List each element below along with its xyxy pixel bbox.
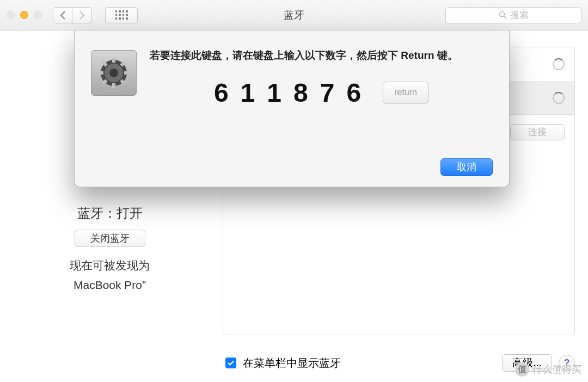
bluetooth-status-label: 蓝牙：打开 xyxy=(13,205,206,222)
forward-button[interactable] xyxy=(72,7,92,23)
svg-rect-4 xyxy=(112,83,115,88)
show-in-menubar-checkbox[interactable] xyxy=(225,358,236,368)
search-placeholder: 搜索 xyxy=(510,9,529,21)
discoverable-label: 现在可被发现为 xyxy=(13,258,206,273)
dialog-message: 若要连接此键盘，请在键盘上输入以下数字，然后按下 Return 键。 xyxy=(150,48,493,64)
close-window-icon[interactable] xyxy=(7,11,15,19)
cancel-button[interactable]: 取消 xyxy=(440,158,493,176)
nav-back-forward xyxy=(53,7,92,23)
bottom-bar: 在菜单栏中显示蓝牙 高级... ? xyxy=(0,344,588,382)
svg-line-1 xyxy=(504,16,506,19)
watermark: 值 什么值得买 xyxy=(515,362,581,377)
zoom-window-icon[interactable] xyxy=(34,11,42,19)
toolbar: 蓝牙 搜索 xyxy=(0,0,588,30)
window-controls xyxy=(7,11,42,19)
show-all-button[interactable] xyxy=(105,7,138,23)
show-in-menubar-label: 在菜单栏中显示蓝牙 xyxy=(243,356,341,371)
watermark-icon: 值 xyxy=(515,362,529,377)
toggle-bluetooth-button[interactable]: 关闭蓝牙 xyxy=(75,230,145,247)
search-icon xyxy=(499,11,507,19)
system-preferences-icon xyxy=(91,50,137,96)
svg-rect-6 xyxy=(124,71,129,75)
return-key-icon: return xyxy=(383,82,428,103)
search-field[interactable]: 搜索 xyxy=(445,7,581,23)
this-device-name: MacBook Pro” xyxy=(13,279,206,292)
minimize-window-icon[interactable] xyxy=(20,11,28,19)
svg-rect-5 xyxy=(99,71,103,75)
spinner-icon xyxy=(553,92,565,104)
dialog-body: 若要连接此键盘，请在键盘上输入以下数字，然后按下 Return 键。 61187… xyxy=(150,48,493,176)
svg-point-12 xyxy=(109,69,118,77)
grid-icon xyxy=(115,10,128,20)
svg-point-0 xyxy=(499,12,504,17)
back-button[interactable] xyxy=(53,7,72,23)
pairing-dialog: 若要连接此键盘，请在键盘上输入以下数字，然后按下 Return 键。 61187… xyxy=(74,30,510,187)
watermark-text: 什么值得买 xyxy=(532,363,581,376)
svg-rect-3 xyxy=(112,58,115,63)
pairing-code: 611876 xyxy=(214,78,373,108)
spinner-icon xyxy=(553,58,565,70)
connect-button[interactable]: 连接 xyxy=(510,124,565,140)
pairing-code-row: 611876 return xyxy=(150,78,493,108)
